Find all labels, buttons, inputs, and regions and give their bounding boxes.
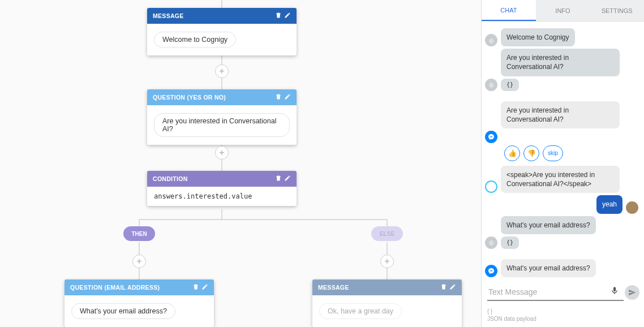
node-title: MESSAGE bbox=[153, 12, 184, 19]
sidebar-tabs: CHAT INFO SETTINGS bbox=[482, 0, 644, 21]
user-message: yeah bbox=[596, 195, 622, 213]
alexa-avatar-icon bbox=[485, 180, 497, 193]
trash-icon[interactable] bbox=[275, 175, 282, 183]
node-condition[interactable]: CONDITION answers.interested.value bbox=[147, 171, 297, 206]
chat-sidebar: CHAT INFO SETTINGS Welcome to Cognigy Ar… bbox=[481, 0, 644, 327]
add-node-button[interactable]: + bbox=[215, 146, 229, 160]
cognigy-avatar-icon bbox=[485, 79, 497, 91]
trash-icon[interactable] bbox=[440, 283, 447, 291]
edit-icon[interactable] bbox=[284, 175, 291, 183]
tab-settings[interactable]: SETTINGS bbox=[590, 0, 644, 21]
add-node-button[interactable]: + bbox=[380, 255, 394, 268]
question-chip[interactable]: What's your email address? bbox=[71, 303, 175, 319]
add-node-button[interactable]: + bbox=[215, 64, 229, 78]
cognigy-avatar-icon bbox=[485, 236, 497, 249]
node-question-email[interactable]: QUESTION (EMAIL ADDRESS) What's your ema… bbox=[65, 279, 214, 327]
payload-bubble: {} bbox=[501, 236, 519, 249]
bot-message: <speak>Are you interested in Conversatio… bbox=[501, 166, 620, 193]
condition-code[interactable]: answers.interested.value bbox=[147, 187, 297, 206]
send-button[interactable] bbox=[625, 285, 639, 300]
spacer bbox=[485, 116, 497, 128]
trash-icon[interactable] bbox=[192, 283, 199, 291]
branch-else[interactable]: ELSE bbox=[371, 226, 403, 241]
bot-message: What's your email address? bbox=[501, 216, 596, 234]
quick-replies: 👍 👎 skip bbox=[504, 145, 638, 161]
node-header: MESSAGE bbox=[312, 279, 462, 295]
node-body: Welcome to Cognigy bbox=[147, 24, 297, 55]
chat-messages[interactable]: Welcome to Cognigy Are you interested in… bbox=[482, 21, 644, 282]
tab-info[interactable]: INFO bbox=[536, 0, 590, 21]
messenger-avatar-icon bbox=[485, 131, 497, 143]
quick-reply-thumbs-up[interactable]: 👍 bbox=[504, 145, 520, 161]
node-title: MESSAGE bbox=[318, 284, 349, 291]
bot-message: What's your email address? bbox=[501, 259, 596, 277]
node-body: What's your email address? bbox=[65, 295, 214, 327]
edit-icon[interactable] bbox=[284, 12, 291, 20]
bot-message: Welcome to Cognigy bbox=[501, 28, 575, 46]
json-payload-hint: { } JSON data payload bbox=[482, 307, 644, 327]
trash-icon[interactable] bbox=[275, 12, 282, 20]
tab-chat[interactable]: CHAT bbox=[482, 0, 536, 21]
mic-icon[interactable] bbox=[610, 286, 619, 298]
message-chip[interactable]: Welcome to Cognigy bbox=[154, 32, 236, 48]
quick-reply-thumbs-down[interactable]: 👎 bbox=[523, 145, 539, 161]
user-avatar-icon bbox=[626, 201, 638, 214]
node-message-2[interactable]: MESSAGE Ok, have a great day bbox=[312, 279, 462, 327]
node-question-yesno[interactable]: QUESTION (YES OR NO) Are you interested … bbox=[147, 89, 297, 145]
flow-canvas[interactable]: MESSAGE Welcome to Cognigy + QUESTION (Y… bbox=[0, 0, 481, 327]
bot-message: Are you interested in Conversational AI? bbox=[501, 49, 620, 76]
branch-then[interactable]: THEN bbox=[123, 226, 155, 241]
payload-bubble: {} bbox=[501, 79, 519, 91]
node-header: QUESTION (EMAIL ADDRESS) bbox=[65, 279, 214, 295]
node-header: QUESTION (YES OR NO) bbox=[147, 89, 297, 105]
edit-icon[interactable] bbox=[449, 283, 456, 291]
node-title: QUESTION (YES OR NO) bbox=[153, 94, 226, 101]
bot-message: Are you interested in Conversational AI? bbox=[501, 101, 620, 128]
edit-icon[interactable] bbox=[284, 93, 291, 101]
node-title: CONDITION bbox=[153, 175, 188, 182]
node-message-1[interactable]: MESSAGE Welcome to Cognigy bbox=[147, 8, 297, 55]
add-node-button[interactable]: + bbox=[132, 255, 146, 268]
chat-input-area bbox=[482, 282, 644, 307]
chat-text-input[interactable] bbox=[487, 284, 624, 301]
quick-reply-skip[interactable]: skip bbox=[543, 145, 563, 161]
node-title: QUESTION (EMAIL ADDRESS) bbox=[70, 284, 160, 291]
node-header: MESSAGE bbox=[147, 8, 297, 24]
question-chip[interactable]: Are you interested in Conversational AI? bbox=[154, 113, 290, 137]
node-header: CONDITION bbox=[147, 171, 297, 187]
edit-icon[interactable] bbox=[201, 283, 208, 291]
message-chip[interactable]: Ok, have a great day bbox=[319, 303, 402, 319]
node-body: Ok, have a great day bbox=[312, 295, 462, 327]
trash-icon[interactable] bbox=[275, 93, 282, 101]
cognigy-avatar-icon bbox=[485, 34, 497, 46]
node-body: Are you interested in Conversational AI? bbox=[147, 105, 297, 145]
messenger-avatar-icon bbox=[485, 265, 497, 277]
